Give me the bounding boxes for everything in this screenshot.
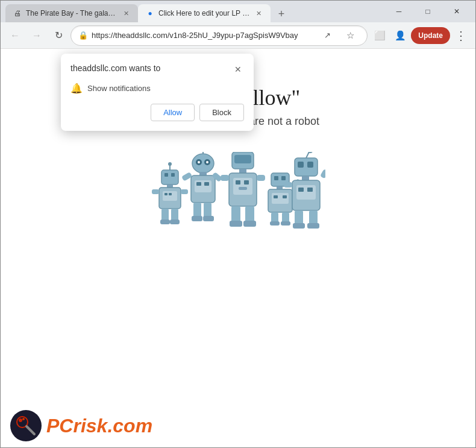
popup-header: theaddsllc.com wants to ✕ [70,63,244,75]
svg-rect-29 [204,203,211,218]
close-button[interactable]: ✕ [443,2,471,21]
svg-rect-60 [270,221,280,226]
url-input[interactable] [92,31,314,40]
browser-window: 🖨 The Pirate Bay - The galaxy's m ✕ ● Cl… [0,0,476,448]
pcrisk-suffix: risk.com [73,415,152,437]
svg-rect-9 [169,193,172,195]
lock-icon: 🔒 [78,31,88,40]
block-button[interactable]: Block [199,104,244,121]
svg-rect-23 [199,172,207,175]
popup-title: theaddsllc.com wants to [70,63,160,73]
minimize-button[interactable]: ─ [385,2,413,21]
svg-rect-71 [298,188,304,192]
tab-lp[interactable]: ● Click Here to edit your LP title ✕ [138,4,271,22]
page-content: theaddsllc.com wants to ✕ 🔔 Show notific… [1,49,475,447]
svg-rect-2 [171,173,175,177]
svg-rect-75 [293,223,305,229]
svg-rect-28 [193,203,201,218]
svg-rect-15 [181,189,188,194]
popup-close-button[interactable]: ✕ [232,63,244,75]
svg-rect-47 [243,221,256,227]
popup-permission-text: Show notifications [87,84,151,93]
svg-rect-14 [152,189,159,194]
svg-rect-49 [257,175,265,181]
tab-title-1: The Pirate Bay - The galaxy's m [26,9,117,17]
svg-rect-70 [296,185,316,200]
svg-rect-45 [245,206,254,223]
maximize-button[interactable]: □ [414,2,442,21]
tab-favicon-2: ● [145,8,155,18]
pcrisk-text: PCrisk.com [46,415,152,437]
svg-rect-27 [204,182,209,186]
svg-rect-52 [281,176,286,180]
update-button[interactable]: Update [411,27,450,44]
extensions-icon[interactable]: ⬜ [370,26,389,45]
forward-button[interactable]: → [27,26,46,45]
popup-buttons: Allow Block [70,104,244,121]
svg-rect-0 [161,170,178,185]
svg-rect-77 [320,169,325,179]
new-tab-button[interactable]: + [273,5,290,22]
svg-rect-64 [298,162,304,168]
svg-point-19 [198,161,200,163]
svg-rect-38 [239,169,246,173]
svg-rect-8 [164,193,168,195]
tab-piratebay[interactable]: 🖨 The Pirate Bay - The galaxy's m ✕ [5,4,138,22]
svg-rect-42 [244,180,249,185]
svg-point-4 [168,162,172,166]
svg-rect-41 [236,180,240,185]
title-bar: 🖨 The Pirate Bay - The galaxy's m ✕ ● Cl… [1,1,475,22]
tab-close-2[interactable]: ✕ [254,8,263,18]
svg-rect-46 [230,221,242,227]
svg-rect-35 [234,155,251,163]
profile-icon[interactable]: 👤 [390,26,410,45]
address-bar[interactable]: 🔒 ↗ ☆ [70,25,368,46]
svg-rect-30 [192,216,202,221]
svg-rect-7 [163,191,177,201]
tab-close-1[interactable]: ✕ [121,8,131,18]
toolbar-icons: ⬜ 👤 Update ⋮ [370,26,471,45]
svg-rect-51 [274,176,278,180]
svg-rect-65 [307,162,313,168]
svg-line-83 [27,426,34,434]
svg-rect-13 [170,219,180,224]
robots-illustration [151,152,325,248]
svg-point-20 [206,161,208,163]
svg-rect-26 [196,182,201,186]
svg-point-16 [192,154,214,173]
window-controls: ─ □ ✕ [385,2,471,21]
svg-rect-44 [231,206,240,223]
reload-button[interactable]: ↻ [49,26,68,45]
svg-rect-78 [284,182,292,188]
svg-rect-10 [161,209,169,221]
svg-rect-48 [221,175,229,181]
back-button[interactable]: ← [5,26,25,45]
svg-rect-61 [281,221,290,226]
svg-point-82 [22,418,25,420]
svg-rect-68 [302,176,309,180]
svg-point-81 [19,418,22,422]
notification-popup: theaddsllc.com wants to ✕ 🔔 Show notific… [61,54,254,131]
toolbar: ← → ↻ 🔒 ↗ ☆ ⬜ 👤 Update ⋮ [1,22,475,49]
pcrisk-logo: PCrisk.com [10,410,152,441]
more-menu-button[interactable]: ⋮ [451,26,471,45]
allow-button[interactable]: Allow [151,104,195,121]
svg-rect-31 [203,216,214,221]
svg-rect-56 [274,195,278,198]
share-icon[interactable]: ↗ [318,26,337,45]
svg-rect-43 [239,187,247,190]
tab-title-2: Click Here to edit your LP title [158,9,250,17]
pcrisk-brand: PC [46,415,73,437]
pcrisk-icon [10,410,42,441]
svg-rect-12 [160,219,170,224]
robots-svg [151,152,325,248]
popup-permission-row: 🔔 Show notifications [70,83,244,94]
svg-line-66 [306,152,309,158]
svg-rect-72 [307,188,313,192]
tab-favicon-1: 🖨 [13,8,22,18]
svg-rect-11 [171,209,178,221]
tabs-area: 🖨 The Pirate Bay - The galaxy's m ✕ ● Cl… [5,1,380,22]
svg-rect-76 [307,223,319,229]
bookmark-icon[interactable]: ☆ [340,26,360,45]
svg-rect-1 [164,173,168,177]
